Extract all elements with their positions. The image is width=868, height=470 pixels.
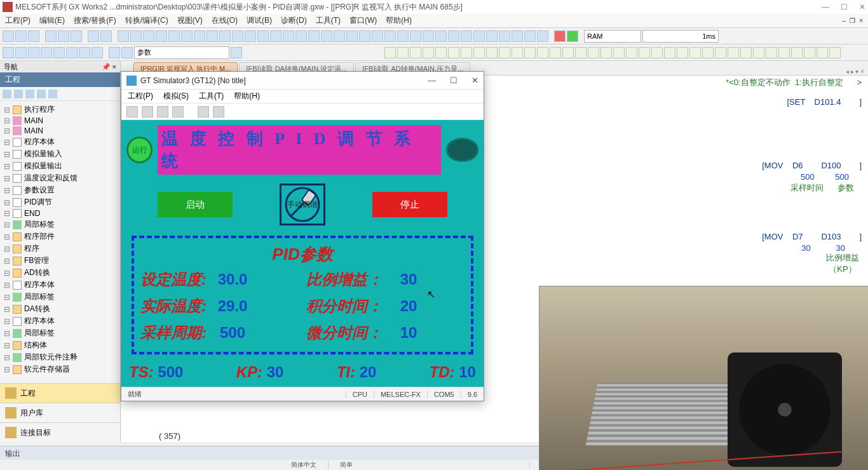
tool-icon[interactable] [283, 30, 294, 42]
tool-icon[interactable] [537, 30, 548, 42]
tree-node[interactable]: ⊟参数设置 [1, 184, 119, 196]
tree-node[interactable]: ⊟FB管理 [1, 255, 119, 267]
tool-icon[interactable] [257, 30, 269, 42]
tool-f-icon[interactable] [753, 47, 764, 58]
tool-f-icon[interactable] [639, 47, 650, 58]
sim-menu-simulate[interactable]: 模拟(S) [163, 91, 189, 102]
tool-icon[interactable] [359, 30, 370, 42]
pid-param-cell[interactable]: 微分时间：10 [306, 323, 465, 343]
tool-icon[interactable] [207, 30, 218, 42]
nav-tool-icon[interactable] [48, 90, 57, 98]
pid-param-cell[interactable]: 设定温度:30.0 [140, 269, 299, 290]
tool-f-icon[interactable] [791, 47, 803, 58]
tool-undo-icon[interactable] [88, 30, 99, 42]
sim-tool-icon[interactable] [172, 106, 184, 117]
project-tree[interactable]: ⊟执行程序⊟MAIN⊟MAIN⊟程序本体⊟模拟量输入⊟模拟量输出⊟温度设定和反馈… [0, 101, 120, 383]
tool-f-icon[interactable] [486, 47, 498, 58]
tool-icon[interactable] [156, 30, 167, 42]
tool-icon[interactable] [423, 30, 434, 42]
sim-titlebar[interactable]: GT Simulator3 (GT12) [No title] — ☐ ✕ [121, 72, 484, 90]
tree-node[interactable]: ⊟软元件存储器 [1, 363, 119, 375]
tool-f-icon[interactable] [550, 47, 561, 58]
tool-icon[interactable] [219, 30, 231, 42]
tab-arrows[interactable]: ◂ ▸ ▾ × [842, 68, 868, 75]
nav-pin-icon[interactable]: 📌 × [102, 63, 116, 71]
tool-f-icon[interactable] [435, 47, 447, 58]
tool-f-icon[interactable] [410, 47, 421, 58]
tool-f-icon[interactable] [829, 47, 841, 58]
menu-window[interactable]: 窗口(W) [349, 15, 377, 26]
manual-tune-button[interactable]: 手动调谐 [280, 184, 325, 225]
menu-help[interactable]: 帮助(H) [386, 15, 412, 26]
tree-node[interactable]: ⊟模拟量输入 [1, 148, 119, 160]
tool-f-icon[interactable] [499, 47, 510, 58]
tool-f-icon[interactable] [677, 47, 688, 58]
menu-find[interactable]: 搜索/替换(F) [74, 15, 116, 26]
tool-open-icon[interactable] [15, 30, 27, 42]
tool-new-icon[interactable] [3, 30, 14, 42]
tree-node[interactable]: ⊟程序本体 [1, 136, 119, 148]
nav-tool-icon[interactable] [37, 90, 46, 98]
tool-icon[interactable] [308, 30, 320, 42]
nav-btn-project[interactable]: 工程 [0, 383, 120, 403]
tree-node[interactable]: ⊟局部标签 [1, 291, 119, 303]
tool-f-icon[interactable] [537, 47, 548, 58]
nav-tool-icon[interactable] [25, 90, 34, 98]
tool-icon[interactable] [461, 30, 472, 42]
tool-icon[interactable] [181, 30, 193, 42]
tool-cut2-icon[interactable] [109, 47, 120, 58]
nav-tool-icon[interactable] [3, 90, 11, 98]
ram-combo[interactable]: RAM [584, 30, 641, 43]
tool-run-icon[interactable] [554, 30, 566, 42]
tool-icon[interactable] [118, 30, 129, 42]
minimize-button[interactable]: — [822, 3, 829, 11]
tool-icon[interactable] [524, 30, 536, 42]
sim-tool-icon[interactable] [157, 106, 168, 117]
tool-icon[interactable] [79, 47, 90, 58]
tool-icon[interactable] [448, 30, 459, 42]
tool-f-icon[interactable] [728, 47, 739, 58]
mdi-close[interactable]: × [859, 17, 863, 24]
mdi-min[interactable]: – [843, 17, 846, 24]
tool-icon[interactable] [486, 30, 498, 42]
tree-node[interactable]: ⊟MAIN [1, 126, 119, 136]
tree-node[interactable]: ⊟程序 [1, 243, 119, 255]
sim-menu-help[interactable]: 帮助(H) [234, 91, 260, 102]
tool-f-icon[interactable] [588, 47, 599, 58]
tree-node[interactable]: ⊟局部标签 [1, 327, 119, 339]
tree-node[interactable]: ⊟执行程序 [1, 104, 119, 116]
pid-param-cell[interactable]: 比例增益：30 [306, 269, 465, 290]
sim-min-button[interactable]: — [428, 76, 436, 85]
sim-close-button[interactable]: ✕ [471, 76, 478, 85]
tool-icon[interactable] [295, 30, 307, 42]
tree-node[interactable]: ⊟END [1, 208, 119, 218]
tool-icon[interactable] [130, 30, 142, 42]
tool-icon[interactable] [232, 30, 243, 42]
tool-f-icon[interactable] [778, 47, 790, 58]
tool-icon[interactable] [512, 30, 523, 42]
tool-icon[interactable] [194, 30, 205, 42]
pid-param-cell[interactable]: 采样周期:500 [140, 323, 299, 343]
tool-f-icon[interactable] [423, 47, 434, 58]
start-button[interactable]: 启动 [158, 192, 233, 217]
menu-compile[interactable]: 转换/编译(C) [125, 15, 168, 26]
tool-f-icon[interactable] [626, 47, 637, 58]
tree-node[interactable]: ⊟程序部件 [1, 231, 119, 243]
sim-tool-icon[interactable] [213, 106, 224, 117]
tool-f-icon[interactable] [575, 47, 587, 58]
tool-f-icon[interactable] [766, 47, 777, 58]
tool-f-icon[interactable] [473, 47, 485, 58]
tool-redo-icon[interactable] [100, 30, 112, 42]
tool-icon[interactable] [499, 30, 510, 42]
sim-tool-icon[interactable] [126, 106, 138, 117]
tool-icon[interactable] [334, 30, 345, 42]
tool-icon[interactable] [384, 30, 396, 42]
tool-f-icon[interactable] [397, 47, 409, 58]
tree-node[interactable]: ⊟AD转换 [1, 267, 119, 279]
tool-icon[interactable] [372, 30, 383, 42]
tool-icon[interactable] [3, 47, 14, 58]
tool-icon[interactable] [435, 30, 447, 42]
sim-menu-project[interactable]: 工程(P) [128, 91, 153, 102]
tool-icon[interactable] [473, 30, 485, 42]
tool-f-icon[interactable] [448, 47, 459, 58]
